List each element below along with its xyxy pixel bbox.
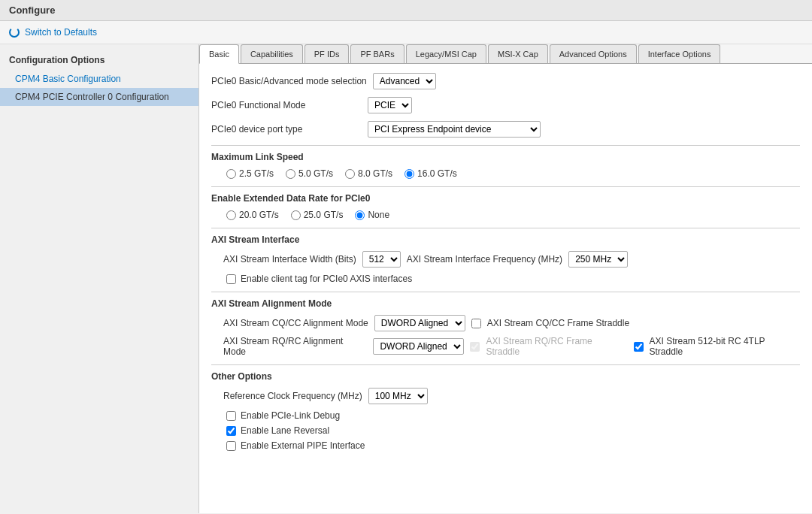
enable-lane-reversal-row: Enable Lane Reversal — [223, 425, 800, 436]
axi-512bit-label: AXI Stream 512-bit RC 4TLP Straddle — [650, 336, 800, 357]
title-bar: Configure — [0, 0, 812, 21]
divider-4 — [211, 292, 800, 292]
axi-stream-width-label: AXI Stream Interface Width (Bits) — [223, 254, 356, 265]
radio-none-label: None — [368, 210, 389, 220]
radio-8-0gt-input[interactable] — [345, 169, 355, 179]
tab-interface-options[interactable]: Interface Options — [638, 44, 721, 63]
divider-1 — [211, 145, 800, 146]
enable-external-pipe-checkbox[interactable] — [226, 441, 236, 451]
other-options-section: Reference Clock Frequency (MHz) 100 MHz … — [211, 388, 800, 451]
main-content: Configuration Options CPM4 Basic Configu… — [0, 44, 812, 513]
ext-data-rate-group: 20.0 GT/s 25.0 GT/s None — [211, 210, 800, 220]
tab-msi-x-cap[interactable]: MSI-X Cap — [488, 44, 548, 63]
tab-capabilities[interactable]: Capabilities — [241, 44, 303, 63]
radio-2-5gt[interactable]: 2.5 GT/s — [226, 168, 274, 179]
axi-512bit-checkbox[interactable] — [634, 342, 644, 352]
enable-client-tag-row: Enable client tag for PCIe0 AXIS interfa… — [223, 274, 800, 284]
radio-16-0gt-input[interactable] — [404, 169, 414, 179]
axi-cq-cc-frame-straddle-label: AXI Stream CQ/CC Frame Straddle — [487, 318, 629, 328]
sidebar-item-basic[interactable]: CPM4 Basic Configuration — [0, 70, 198, 88]
mode-selection-row: PCIe0 Basic/Advanced mode selection Basi… — [211, 73, 800, 89]
max-link-speed-title: Maximum Link Speed — [211, 152, 800, 162]
tab-advanced-options[interactable]: Advanced Options — [550, 44, 637, 63]
enable-pcie-link-debug-checkbox[interactable] — [226, 411, 236, 421]
radio-16-0gt[interactable]: 16.0 GT/s — [404, 168, 457, 179]
enable-external-pipe-row: Enable External PIPE Interface — [223, 440, 800, 451]
ref-clock-select[interactable]: 100 MHz — [368, 388, 428, 404]
axi-rq-rc-row: AXI Stream RQ/RC Alignment Mode DWORD Al… — [211, 336, 800, 357]
axi-stream-width-row: AXI Stream Interface Width (Bits) 512 AX… — [223, 251, 800, 268]
tab-legacy-msi-cap[interactable]: Legacy/MSI Cap — [406, 44, 486, 63]
tabs: Basic Capabilities PF IDs PF BARs Legacy… — [199, 44, 812, 64]
radio-20gt-input[interactable] — [226, 210, 236, 220]
enable-pcie-link-debug-row: Enable PCIe-Link Debug — [223, 410, 800, 421]
content-area: Basic Capabilities PF IDs PF BARs Legacy… — [199, 44, 812, 513]
axi-alignment-title: AXI Stream Alignment Mode — [211, 298, 800, 309]
axi-rq-rc-mode-select[interactable]: DWORD Aligned — [373, 338, 464, 355]
radio-8-0gt[interactable]: 8.0 GT/s — [345, 168, 392, 179]
radio-5-0gt-label: 5.0 GT/s — [298, 168, 333, 179]
radio-5-0gt-input[interactable] — [286, 169, 295, 179]
mode-label: PCIe0 Basic/Advanced mode selection — [211, 76, 367, 86]
divider-5 — [211, 364, 800, 365]
tab-content-basic: PCIe0 Basic/Advanced mode selection Basi… — [199, 64, 812, 466]
axi-cq-cc-mode-select[interactable]: DWORD Aligned — [374, 315, 465, 331]
radio-25gt[interactable]: 25.0 GT/s — [291, 210, 344, 220]
axi-stream-width-select[interactable]: 512 — [362, 251, 401, 268]
axi-rq-rc-frame-straddle-checkbox[interactable] — [470, 342, 480, 352]
radio-2-5gt-input[interactable] — [226, 169, 236, 179]
ref-clock-label: Reference Clock Frequency (MHz) — [223, 391, 362, 401]
tab-pf-ids[interactable]: PF IDs — [304, 44, 350, 63]
enable-client-tag-checkbox[interactable] — [226, 274, 236, 284]
device-port-type-select[interactable]: PCI Express Endpoint device — [368, 121, 541, 138]
ref-clock-row: Reference Clock Frequency (MHz) 100 MHz — [223, 388, 800, 404]
ext-data-rate-title: Enable Extended Data Rate for PCIe0 — [211, 193, 800, 204]
app-title: Configure — [9, 5, 55, 16]
axi-stream-title: AXI Stream Interface — [211, 234, 800, 245]
axi-stream-section: AXI Stream Interface Width (Bits) 512 AX… — [211, 251, 800, 284]
enable-client-tag-label: Enable client tag for PCIe0 AXIS interfa… — [241, 274, 412, 284]
axi-cq-cc-mode-label: AXI Stream CQ/CC Alignment Mode — [223, 318, 368, 328]
sidebar: Configuration Options CPM4 Basic Configu… — [0, 44, 199, 513]
toolbar: Switch to Defaults — [0, 21, 812, 44]
axi-rq-rc-frame-straddle-label: AXI Stream RQ/RC Frame Straddle — [486, 336, 627, 357]
functional-mode-select[interactable]: PCIE — [368, 97, 412, 113]
sidebar-header: Configuration Options — [0, 50, 198, 70]
max-link-speed-group: 2.5 GT/s 5.0 GT/s 8.0 GT/s 16.0 GT/s — [211, 168, 800, 179]
other-options-title: Other Options — [211, 371, 800, 382]
sidebar-item-pcie0[interactable]: CPM4 PCIE Controller 0 Configuration — [0, 88, 198, 106]
radio-25gt-label: 25.0 GT/s — [304, 210, 344, 220]
radio-5-0gt[interactable]: 5.0 GT/s — [286, 168, 333, 179]
radio-2-5gt-label: 2.5 GT/s — [239, 168, 274, 179]
radio-20gt-label: 20.0 GT/s — [239, 210, 279, 220]
enable-lane-reversal-checkbox[interactable] — [226, 426, 236, 436]
functional-mode-label: PCIe0 Functional Mode — [211, 100, 362, 110]
axi-rq-rc-mode-label: AXI Stream RQ/RC Alignment Mode — [223, 336, 367, 357]
axi-cq-cc-frame-straddle-checkbox[interactable] — [471, 319, 481, 328]
axi-stream-freq-select[interactable]: 250 MHz — [568, 251, 628, 268]
enable-pcie-link-debug-label: Enable PCIe-Link Debug — [241, 410, 340, 421]
divider-3 — [211, 228, 800, 228]
mode-select[interactable]: Basic Advanced — [373, 73, 436, 89]
enable-external-pipe-label: Enable External PIPE Interface — [241, 440, 365, 451]
device-port-type-row: PCIe0 device port type PCI Express Endpo… — [211, 121, 800, 138]
radio-none[interactable]: None — [355, 210, 389, 220]
enable-lane-reversal-label: Enable Lane Reversal — [241, 425, 329, 436]
radio-none-input[interactable] — [355, 210, 365, 220]
axi-stream-freq-label: AXI Stream Interface Frequency (MHz) — [407, 254, 562, 265]
device-port-type-label: PCIe0 device port type — [211, 124, 362, 135]
switch-defaults-label: Switch to Defaults — [25, 27, 97, 38]
radio-16-0gt-label: 16.0 GT/s — [417, 168, 457, 179]
radio-20gt[interactable]: 20.0 GT/s — [226, 210, 279, 220]
switch-defaults-button[interactable]: Switch to Defaults — [9, 27, 803, 38]
functional-mode-row: PCIe0 Functional Mode PCIE — [211, 97, 800, 113]
tab-basic[interactable]: Basic — [199, 44, 239, 64]
tab-pf-bars[interactable]: PF BARs — [350, 44, 404, 63]
radio-8-0gt-label: 8.0 GT/s — [358, 168, 392, 179]
refresh-icon — [9, 27, 20, 38]
radio-25gt-input[interactable] — [291, 210, 301, 220]
axi-cq-cc-row: AXI Stream CQ/CC Alignment Mode DWORD Al… — [211, 315, 800, 331]
divider-2 — [211, 186, 800, 187]
